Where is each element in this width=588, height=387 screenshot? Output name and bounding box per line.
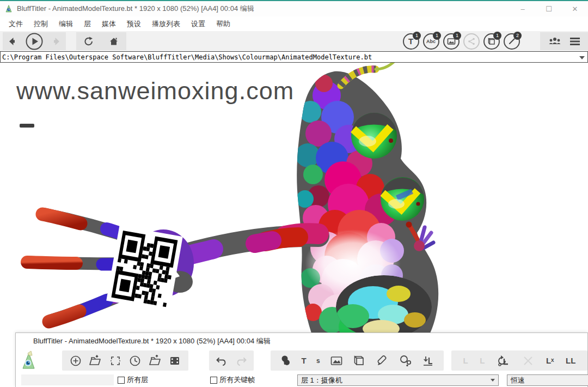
checkbox-icon: [210, 377, 217, 384]
creature-eye-lower: [381, 177, 424, 221]
export-video-icon[interactable]: [169, 355, 181, 367]
cursor-dash: [20, 124, 34, 128]
creature-arm: [185, 233, 318, 255]
active-layer-value: 层 1：摄像机: [301, 376, 342, 385]
watermark-text: www.sanweimoxing.com: [16, 77, 294, 105]
add-text-layer-icon[interactable]: T: [301, 356, 306, 365]
show-file-path: C:\Program Files\Outerspace Software\Blu…: [2, 53, 372, 61]
undo-icon[interactable]: [215, 355, 228, 367]
add-layer-group: T s: [271, 350, 444, 371]
minimize-button[interactable]: –: [510, 1, 536, 16]
play-button-icon[interactable]: [25, 32, 44, 51]
refresh-home-group: [76, 32, 126, 50]
menu-layer[interactable]: 层: [78, 19, 96, 29]
hamburger-menu-icon[interactable]: [569, 37, 580, 46]
keyframe-field[interactable]: [21, 374, 114, 385]
menubar: 文件 控制 编辑 层 媒体 预设 播放列表 设置 帮助: [0, 16, 588, 31]
window-title: BluffTitler - AnimatedModelTexture.bt * …: [17, 4, 254, 14]
paragraph-layer-icon: Abc: [426, 39, 436, 44]
duration-icon[interactable]: [129, 355, 141, 367]
window-controls: – ☐ ✕: [510, 1, 588, 16]
all-keyframes-checkbox[interactable]: 所有关键帧: [210, 375, 255, 385]
qr-code: [106, 226, 183, 312]
all-keyframes-label: 所有关键帧: [219, 375, 255, 385]
all-layers-label: 所有层: [127, 375, 148, 385]
panel-toolbar: T s: [16, 349, 587, 373]
reset-layer-icon[interactable]: [497, 354, 511, 367]
maximize-button[interactable]: ☐: [536, 1, 562, 16]
layer-ops-group: L L Lˣ LL: [451, 350, 587, 371]
address-dropdown-icon[interactable]: [579, 56, 585, 59]
add-particle-layer-icon[interactable]: [399, 354, 412, 367]
attach-layer-icon[interactable]: [522, 355, 534, 367]
text-layer-icon: T: [408, 37, 413, 46]
close-button[interactable]: ✕: [562, 1, 588, 16]
main-toolbar: T 1 Abc 1 1: [0, 31, 588, 51]
forward-icon[interactable]: [51, 36, 62, 47]
layer-counter-row: T 1 Abc 1 1: [401, 32, 521, 50]
menu-help[interactable]: 帮助: [211, 19, 236, 29]
redo-icon[interactable]: [235, 355, 248, 367]
checkbox-icon: [118, 377, 125, 384]
paragraph-layer-counter[interactable]: Abc 1: [421, 32, 440, 51]
text-layer-badge: 1: [413, 32, 421, 40]
model-layer-counter[interactable]: 1: [482, 32, 501, 51]
creature-eye-upper: [351, 113, 397, 159]
delete-layer-icon[interactable]: Lˣ: [546, 356, 554, 365]
add-sketch-layer-icon[interactable]: [376, 354, 389, 367]
menu-edit[interactable]: 编辑: [53, 19, 78, 29]
active-layer-select[interactable]: 层 1：摄像机: [297, 374, 499, 386]
community-menu-group: [540, 32, 588, 50]
panel-title: BluffTitler - AnimatedModelTexture.bt * …: [33, 336, 271, 346]
home-icon[interactable]: [108, 36, 119, 47]
model-layer-badge: 1: [493, 32, 501, 40]
paste-layer-icon[interactable]: L: [480, 356, 485, 365]
speed-value: 恒速: [511, 376, 525, 385]
back-icon[interactable]: [7, 36, 17, 47]
creature-horn: [341, 63, 395, 86]
all-layers-checkbox[interactable]: 所有层: [118, 375, 148, 385]
panel-titlebar[interactable]: BluffTitler - AnimatedModelTexture.bt * …: [16, 333, 587, 349]
copy-layer-icon[interactable]: L: [463, 356, 468, 365]
resolution-icon[interactable]: [109, 355, 121, 367]
menu-playlist[interactable]: 播放列表: [146, 19, 186, 29]
clone-layer-icon[interactable]: LL: [566, 356, 575, 365]
community-icon[interactable]: [548, 36, 562, 47]
editor-panel: BluffTitler - AnimatedModelTexture.bt * …: [15, 332, 588, 387]
panel-controls: 所有层 所有关键帧 层 1：摄像机 恒速: [16, 373, 587, 387]
menu-control[interactable]: 控制: [28, 19, 53, 29]
blufftitler-app-icon: [4, 4, 13, 13]
camera-layer-icon[interactable]: [280, 354, 291, 367]
menu-media[interactable]: 媒体: [96, 19, 121, 29]
show-tools-group: [62, 350, 188, 371]
particle-layer-counter[interactable]: [462, 32, 481, 51]
undo-redo-group: [209, 350, 254, 371]
add-style-layer-icon[interactable]: s: [316, 357, 320, 365]
import-media-icon[interactable]: [149, 355, 162, 367]
picture-layer-counter[interactable]: 1: [442, 32, 461, 51]
menu-settings[interactable]: 设置: [186, 19, 211, 29]
paragraph-layer-badge: 1: [433, 32, 441, 40]
refresh-icon[interactable]: [83, 36, 94, 47]
add-plugin-layer-icon[interactable]: [422, 355, 434, 367]
new-show-icon[interactable]: [70, 355, 82, 367]
sketch-layer-counter[interactable]: 2: [502, 32, 521, 51]
blufftitler-logo: [20, 350, 36, 371]
titlebar: BluffTitler - AnimatedModelTexture.bt * …: [0, 1, 588, 16]
render-viewport[interactable]: www.sanweimoxing.com: [0, 63, 588, 332]
address-bar[interactable]: C:\Program Files\Outerspace Software\Blu…: [0, 51, 588, 63]
menu-file[interactable]: 文件: [3, 19, 28, 29]
chevron-down-icon: [491, 379, 495, 382]
menu-presets[interactable]: 预设: [121, 19, 146, 29]
sketch-layer-badge: 2: [513, 32, 522, 40]
navigation-group: [3, 32, 66, 50]
add-picture-layer-icon[interactable]: [330, 355, 343, 367]
speed-select[interactable]: 恒速: [507, 374, 588, 386]
particle-layer-icon: [467, 37, 476, 46]
text-layer-counter[interactable]: T 1: [401, 32, 420, 51]
add-model-layer-icon[interactable]: [353, 354, 366, 367]
picture-layer-badge: 1: [453, 32, 461, 40]
open-show-icon[interactable]: [89, 355, 102, 367]
